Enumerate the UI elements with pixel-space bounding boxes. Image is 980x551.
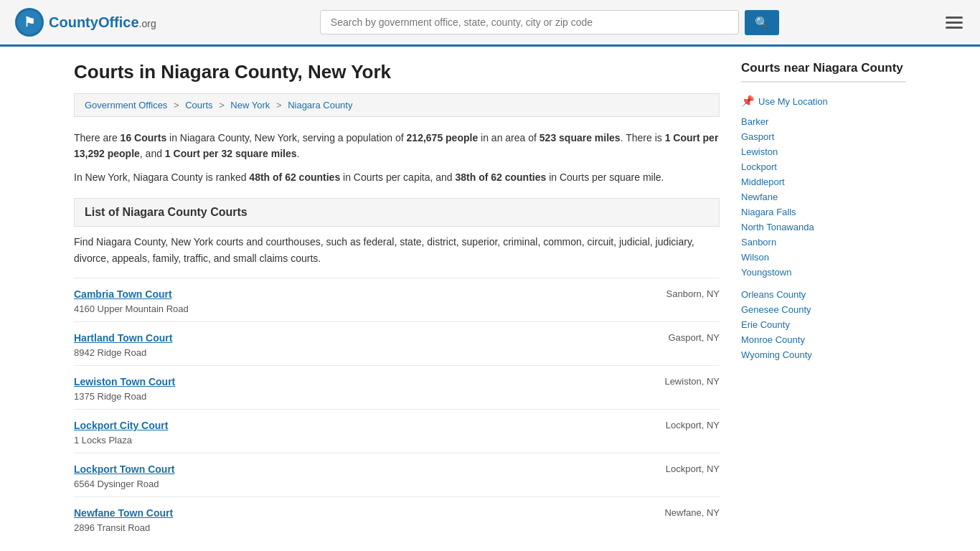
court-city: Lockport, NY	[651, 420, 720, 430]
sidebar-item-youngstown[interactable]: Youngstown	[741, 265, 906, 280]
court-info: Hartland Town Court 8942 Ridge Road	[74, 332, 654, 358]
breadcrumb-link-ny[interactable]: New York	[230, 100, 270, 110]
court-name-link[interactable]: Cambria Town Court	[74, 288, 652, 300]
court-info: Lockport City Court 1 Locks Plaza	[74, 420, 651, 446]
sidebar-item-north-tonawanda[interactable]: North Tonawanda	[741, 220, 906, 235]
sidebar-item-lewiston[interactable]: Lewiston	[741, 144, 906, 159]
court-address: 4160 Upper Mountain Road	[74, 303, 189, 314]
table-row: Lockport Town Court 6564 Dysinger Road L…	[74, 453, 720, 496]
breadcrumb-link-niagara[interactable]: Niagara County	[288, 100, 352, 110]
sidebar-title: Courts near Niagara County	[741, 61, 906, 83]
sidebar-item-erie-county[interactable]: Erie County	[741, 317, 906, 332]
use-my-location-link[interactable]: 📌 Use My Location	[741, 93, 906, 110]
table-row: Hartland Town Court 8942 Ridge Road Gasp…	[74, 321, 720, 365]
header: ⚑ CountyOffice.org 🔍	[0, 0, 980, 47]
breadcrumb: Government Offices > Courts > New York >…	[74, 93, 720, 117]
menu-icon-bar	[946, 27, 963, 29]
search-icon: 🔍	[755, 17, 769, 29]
court-info: Newfane Town Court 2896 Transit Road	[74, 507, 650, 533]
court-info: Lewiston Town Court 1375 Ridge Road	[74, 376, 650, 402]
svg-text:⚑: ⚑	[24, 15, 35, 29]
nearby-cities-list: Barker Gasport Lewiston Lockport Middlep…	[741, 114, 906, 280]
sidebar-item-wilson[interactable]: Wilson	[741, 250, 906, 265]
court-name-link[interactable]: Lockport City Court	[74, 420, 651, 431]
breadcrumb-separator: >	[219, 100, 225, 110]
court-address: 1 Locks Plaza	[74, 435, 132, 446]
use-my-location-label: Use My Location	[758, 96, 828, 107]
page-title: Courts in Niagara County, New York	[74, 61, 720, 83]
court-name-link[interactable]: Newfane Town Court	[74, 507, 650, 519]
menu-button[interactable]	[943, 14, 966, 32]
court-name-link[interactable]: Hartland Town Court	[74, 332, 654, 344]
location-icon: 📌	[741, 95, 755, 108]
sidebar-item-barker[interactable]: Barker	[741, 114, 906, 129]
court-address: 2896 Transit Road	[74, 522, 150, 533]
list-description: Find Niagara County, New York courts and…	[74, 234, 720, 266]
sidebar-item-monroe-county[interactable]: Monroe County	[741, 332, 906, 347]
court-city: Sanborn, NY	[652, 288, 720, 299]
search-area: 🔍	[320, 10, 779, 35]
logo-text: CountyOffice.org	[49, 14, 156, 31]
rank-capita: 48th of 62 counties	[249, 171, 340, 183]
breadcrumb-separator: >	[276, 100, 282, 110]
menu-icon-bar	[946, 22, 963, 24]
logo-icon: ⚑	[14, 7, 44, 37]
breadcrumb-link-courts[interactable]: Courts	[185, 100, 212, 110]
table-row: Cambria Town Court 4160 Upper Mountain R…	[74, 278, 720, 321]
sidebar-item-sanborn[interactable]: Sanborn	[741, 235, 906, 250]
main-container: Courts in Niagara County, New York Gover…	[60, 47, 920, 551]
rank-sqmile: 38th of 62 counties	[455, 171, 546, 183]
breadcrumb-link-gov[interactable]: Government Offices	[85, 100, 167, 110]
table-row: Newfane Town Court 2896 Transit Road New…	[74, 496, 720, 540]
court-count: 16 Courts	[121, 132, 167, 143]
courts-list: Cambria Town Court 4160 Upper Mountain R…	[74, 278, 720, 540]
table-row: Lockport City Court 1 Locks Plaza Lockpo…	[74, 409, 720, 453]
sidebar-item-gasport[interactable]: Gasport	[741, 129, 906, 144]
court-info: Cambria Town Court 4160 Upper Mountain R…	[74, 288, 652, 314]
court-address: 6564 Dysinger Road	[74, 479, 159, 489]
court-city: Newfane, NY	[650, 507, 720, 518]
court-name-link[interactable]: Lockport Town Court	[74, 463, 651, 475]
sidebar-item-lockport[interactable]: Lockport	[741, 159, 906, 174]
court-city: Lewiston, NY	[650, 376, 720, 387]
court-info: Lockport Town Court 6564 Dysinger Road	[74, 463, 651, 489]
court-address: 1375 Ridge Road	[74, 391, 146, 402]
search-button[interactable]: 🔍	[745, 10, 779, 35]
court-name-link[interactable]: Lewiston Town Court	[74, 376, 650, 387]
search-input[interactable]	[320, 10, 739, 34]
menu-icon-bar	[946, 17, 963, 19]
sidebar-item-newfane[interactable]: Newfane	[741, 189, 906, 204]
logo-area: ⚑ CountyOffice.org	[14, 7, 156, 37]
area: 523 square miles	[540, 132, 621, 143]
stats-paragraph-1: There are 16 Courts in Niagara County, N…	[74, 130, 720, 162]
list-section-title: List of Niagara County Courts	[74, 198, 720, 227]
court-address: 8942 Ridge Road	[74, 347, 146, 358]
court-city: Lockport, NY	[651, 463, 720, 474]
breadcrumb-separator: >	[174, 100, 179, 110]
table-row: Lewiston Town Court 1375 Ridge Road Lewi…	[74, 365, 720, 409]
stats-paragraph-2: In New York, Niagara County is ranked 48…	[74, 169, 720, 185]
court-city: Gasport, NY	[654, 332, 720, 343]
sidebar-item-wyoming-county[interactable]: Wyoming County	[741, 347, 906, 362]
sidebar-item-middleport[interactable]: Middleport	[741, 174, 906, 189]
sidebar-item-niagara-falls[interactable]: Niagara Falls	[741, 204, 906, 220]
sidebar-item-orleans-county[interactable]: Orleans County	[741, 287, 906, 302]
content-area: Courts in Niagara County, New York Gover…	[74, 61, 720, 540]
population: 212,675 people	[407, 132, 479, 143]
per-sqmile: 1 Court per 32 square miles	[165, 148, 297, 159]
nearby-counties-list: Orleans County Genesee County Erie Count…	[741, 287, 906, 362]
sidebar: Courts near Niagara County 📌 Use My Loca…	[741, 61, 906, 540]
sidebar-item-genesee-county[interactable]: Genesee County	[741, 302, 906, 317]
